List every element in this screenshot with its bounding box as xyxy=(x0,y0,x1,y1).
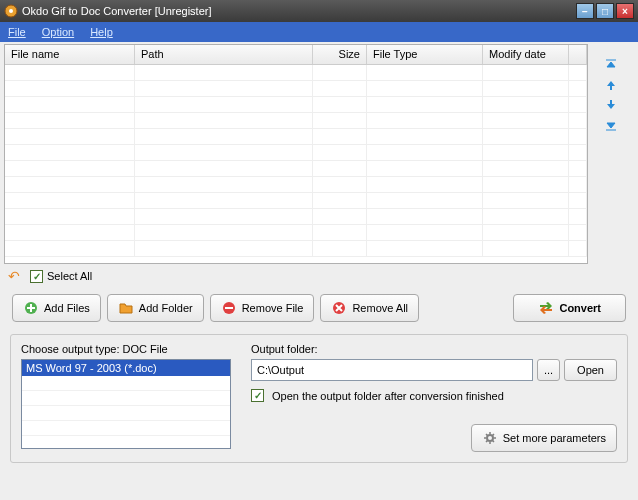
plus-icon xyxy=(23,300,39,316)
table-row[interactable] xyxy=(5,129,587,145)
add-files-label: Add Files xyxy=(44,302,90,314)
table-row[interactable] xyxy=(5,81,587,97)
undo-icon[interactable]: ↶ xyxy=(8,268,20,284)
maximize-button[interactable]: □ xyxy=(596,3,614,19)
remove-all-label: Remove All xyxy=(352,302,408,314)
open-after-label: Open the output folder after conversion … xyxy=(272,390,504,402)
table-row[interactable] xyxy=(5,241,587,257)
remove-all-icon xyxy=(331,300,347,316)
convert-icon xyxy=(538,300,554,316)
output-folder-label: Output folder: xyxy=(251,343,617,355)
select-all-label: Select All xyxy=(47,270,92,282)
table-row[interactable] xyxy=(5,177,587,193)
add-folder-label: Add Folder xyxy=(139,302,193,314)
open-button[interactable]: Open xyxy=(564,359,617,381)
listbox-item-selected[interactable]: MS Word 97 - 2003 (*.doc) xyxy=(22,360,230,376)
table-row[interactable] xyxy=(5,65,587,81)
add-files-button[interactable]: Add Files xyxy=(12,294,101,322)
table-row[interactable] xyxy=(5,161,587,177)
table-row[interactable] xyxy=(5,113,587,129)
col-filename[interactable]: File name xyxy=(5,45,135,64)
col-size[interactable]: Size xyxy=(313,45,367,64)
output-folder-input[interactable] xyxy=(251,359,533,381)
set-params-button[interactable]: Set more parameters xyxy=(471,424,617,452)
output-type-label: Choose output type: DOC File xyxy=(21,343,231,355)
titlebar: Okdo Gif to Doc Converter [Unregister] −… xyxy=(0,0,638,22)
remove-all-button[interactable]: Remove All xyxy=(320,294,419,322)
col-path[interactable]: Path xyxy=(135,45,313,64)
window-title: Okdo Gif to Doc Converter [Unregister] xyxy=(22,5,576,17)
close-button[interactable]: × xyxy=(616,3,634,19)
table-row[interactable] xyxy=(5,209,587,225)
minimize-button[interactable]: − xyxy=(576,3,594,19)
remove-file-label: Remove File xyxy=(242,302,304,314)
gear-icon xyxy=(482,430,498,446)
app-icon xyxy=(4,4,18,18)
open-after-checkbox[interactable]: ✓ Open the output folder after conversio… xyxy=(251,389,617,402)
convert-button[interactable]: Convert xyxy=(513,294,626,322)
svg-point-5 xyxy=(487,435,493,441)
browse-button[interactable]: ... xyxy=(537,359,560,381)
folder-icon xyxy=(118,300,134,316)
select-all-checkbox[interactable]: ✓ Select All xyxy=(30,270,92,283)
add-folder-button[interactable]: Add Folder xyxy=(107,294,204,322)
svg-point-1 xyxy=(9,9,13,13)
menu-option[interactable]: Option xyxy=(38,26,78,38)
minus-icon xyxy=(221,300,237,316)
table-row[interactable] xyxy=(5,193,587,209)
move-up-icon[interactable] xyxy=(602,78,620,92)
checkbox-icon: ✓ xyxy=(251,389,264,402)
output-panel: Choose output type: DOC File MS Word 97 … xyxy=(10,334,628,463)
menubar: File Option Help xyxy=(0,22,638,42)
table-row[interactable] xyxy=(5,97,587,113)
table-row[interactable] xyxy=(5,225,587,241)
remove-file-button[interactable]: Remove File xyxy=(210,294,315,322)
col-filetype[interactable]: File Type xyxy=(367,45,483,64)
menu-help[interactable]: Help xyxy=(86,26,117,38)
table-row[interactable] xyxy=(5,145,587,161)
move-bottom-icon[interactable] xyxy=(602,118,620,132)
move-top-icon[interactable] xyxy=(602,58,620,72)
file-table[interactable]: File name Path Size File Type Modify dat… xyxy=(4,44,588,264)
reorder-panel xyxy=(588,42,630,264)
menu-file[interactable]: File xyxy=(4,26,30,38)
checkbox-icon: ✓ xyxy=(30,270,43,283)
set-params-label: Set more parameters xyxy=(503,432,606,444)
output-type-listbox[interactable]: MS Word 97 - 2003 (*.doc) xyxy=(21,359,231,449)
move-down-icon[interactable] xyxy=(602,98,620,112)
convert-label: Convert xyxy=(559,302,601,314)
col-modify[interactable]: Modify date xyxy=(483,45,569,64)
